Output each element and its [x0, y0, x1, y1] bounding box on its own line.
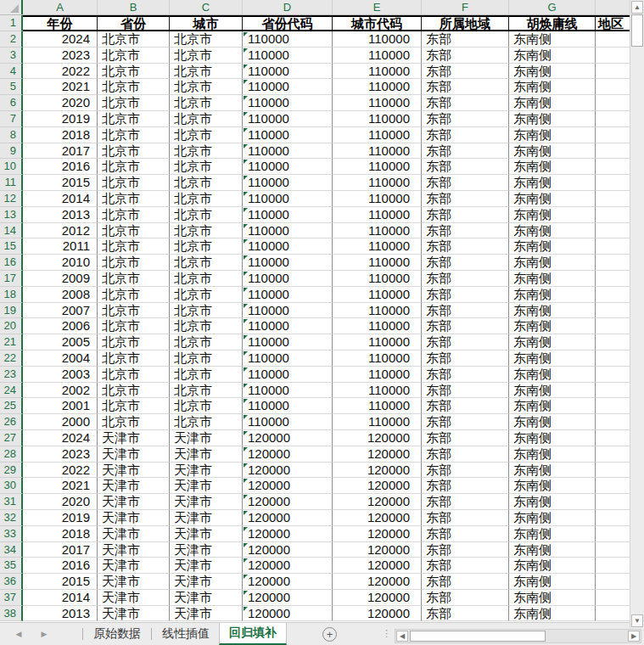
cell-region[interactable]: 东部: [422, 558, 509, 574]
cell-province[interactable]: 北京市: [98, 414, 170, 430]
cell-city[interactable]: 北京市: [170, 31, 243, 48]
cell-year[interactable]: 2017: [23, 143, 98, 160]
cell-city[interactable]: 天津市: [170, 542, 243, 558]
cell-year[interactable]: 2016: [23, 558, 98, 574]
cell-city-code[interactable]: 120000: [333, 606, 422, 622]
cell-city[interactable]: 北京市: [170, 351, 243, 367]
cell-city-code[interactable]: 110000: [333, 143, 422, 160]
cell-city-code[interactable]: 110000: [333, 238, 422, 255]
cell-province[interactable]: 天津市: [98, 558, 170, 574]
cell-province-code[interactable]: 110000: [243, 143, 333, 160]
cell-hu-line[interactable]: 东南侧: [509, 111, 596, 127]
cell-year[interactable]: 2020: [23, 95, 98, 111]
cell-city-code[interactable]: 110000: [333, 271, 422, 287]
tab-linear-interpolation[interactable]: 线性插值: [153, 623, 219, 645]
cell-province-code[interactable]: 110000: [243, 351, 333, 367]
scroll-left-icon[interactable]: ◀: [396, 631, 408, 642]
cell-city[interactable]: 北京市: [170, 95, 243, 111]
cell-region[interactable]: 东部: [422, 303, 509, 319]
cell-hu-line[interactable]: 东南侧: [509, 398, 596, 414]
cell-province[interactable]: 北京市: [98, 334, 170, 351]
cell-year[interactable]: 2002: [23, 383, 98, 399]
cell-city-code[interactable]: 120000: [333, 478, 422, 494]
cell-province[interactable]: 天津市: [98, 574, 170, 590]
cell-hu-line[interactable]: 东南侧: [509, 175, 596, 191]
cell-hu-line[interactable]: 东南侧: [509, 558, 596, 574]
row-number[interactable]: 30: [0, 478, 23, 494]
cell-year[interactable]: 2000: [23, 414, 98, 430]
cell-year[interactable]: 2010: [23, 255, 98, 271]
row-number[interactable]: 24: [0, 383, 23, 399]
cell-hu-line[interactable]: 东南侧: [509, 574, 596, 590]
cell-city[interactable]: 天津市: [170, 526, 243, 542]
cell-hu-line[interactable]: 东南侧: [509, 48, 596, 64]
cell-region[interactable]: 东部: [422, 430, 509, 446]
row-number[interactable]: 3: [0, 48, 23, 64]
cell-province[interactable]: 天津市: [98, 526, 170, 542]
vertical-scrollbar[interactable]: ▲ ▼: [630, 0, 644, 628]
cell-city[interactable]: 北京市: [170, 255, 243, 271]
cell-year[interactable]: 2011: [23, 238, 98, 255]
row-number[interactable]: 9: [0, 143, 23, 160]
cell-province[interactable]: 天津市: [98, 542, 170, 558]
cell-region[interactable]: 东部: [422, 574, 509, 590]
cell-city[interactable]: 天津市: [170, 558, 243, 574]
cell-city[interactable]: 天津市: [170, 510, 243, 526]
row-number[interactable]: 17: [0, 271, 23, 287]
cell-city-code[interactable]: 110000: [333, 383, 422, 399]
cell-hu-line[interactable]: 东南侧: [509, 127, 596, 143]
cell-city-code[interactable]: 110000: [333, 159, 422, 175]
cell-year[interactable]: 2014: [23, 191, 98, 207]
row-number[interactable]: 28: [0, 446, 23, 463]
cell-city-code[interactable]: 110000: [333, 111, 422, 127]
row-number[interactable]: 12: [0, 191, 23, 207]
header-cell-province[interactable]: 省份: [98, 15, 170, 31]
scroll-right-icon[interactable]: ▶: [628, 631, 640, 642]
cell-year[interactable]: 2013: [23, 606, 98, 622]
cell-city-code[interactable]: 120000: [333, 430, 422, 446]
column-header-E[interactable]: E: [333, 0, 422, 14]
cell-province-code[interactable]: 110000: [243, 127, 333, 143]
tab-resize-handle-icon[interactable]: ⋮: [382, 628, 391, 639]
cell-year[interactable]: 2024: [23, 31, 98, 48]
cell-city-code[interactable]: 110000: [333, 95, 422, 111]
cell-city-code[interactable]: 110000: [333, 79, 422, 95]
cell-year[interactable]: 2003: [23, 367, 98, 383]
cell-region[interactable]: 东部: [422, 398, 509, 414]
scroll-up-icon[interactable]: ▲: [631, 1, 643, 14]
cell-year[interactable]: 2017: [23, 542, 98, 558]
cell-region[interactable]: 东部: [422, 111, 509, 127]
cell-city[interactable]: 北京市: [170, 143, 243, 160]
cell-city[interactable]: 北京市: [170, 159, 243, 175]
cell-city-code[interactable]: 110000: [333, 223, 422, 239]
cell-province-code[interactable]: 110000: [243, 191, 333, 207]
row-number[interactable]: 8: [0, 127, 23, 143]
cell-province[interactable]: 北京市: [98, 143, 170, 160]
cell-province[interactable]: 北京市: [98, 95, 170, 111]
cell-province[interactable]: 北京市: [98, 318, 170, 334]
cell-hu-line[interactable]: 东南侧: [509, 414, 596, 430]
cell-province[interactable]: 北京市: [98, 271, 170, 287]
cell-province[interactable]: 北京市: [98, 111, 170, 127]
row-number[interactable]: 21: [0, 334, 23, 351]
cell-year[interactable]: 2007: [23, 303, 98, 319]
row-number[interactable]: 10: [0, 159, 23, 175]
row-number[interactable]: 16: [0, 255, 23, 271]
cell-city-code[interactable]: 110000: [333, 48, 422, 64]
cell-hu-line[interactable]: 东南侧: [509, 478, 596, 494]
cell-city-code[interactable]: 110000: [333, 175, 422, 191]
row-number[interactable]: 11: [0, 175, 23, 191]
cell-province-code[interactable]: 120000: [243, 463, 333, 479]
cell-hu-line[interactable]: 东南侧: [509, 510, 596, 526]
add-sheet-icon[interactable]: +: [322, 627, 337, 642]
cell-year[interactable]: 2006: [23, 318, 98, 334]
cell-city-code[interactable]: 110000: [333, 127, 422, 143]
cell-province[interactable]: 天津市: [98, 463, 170, 479]
cell-city[interactable]: 北京市: [170, 398, 243, 414]
cell-hu-line[interactable]: 东南侧: [509, 64, 596, 80]
cell-region[interactable]: 东部: [422, 318, 509, 334]
cell-city[interactable]: 北京市: [170, 414, 243, 430]
cell-city-code[interactable]: 110000: [333, 255, 422, 271]
cell-province-code[interactable]: 120000: [243, 510, 333, 526]
cell-province-code[interactable]: 110000: [243, 303, 333, 319]
